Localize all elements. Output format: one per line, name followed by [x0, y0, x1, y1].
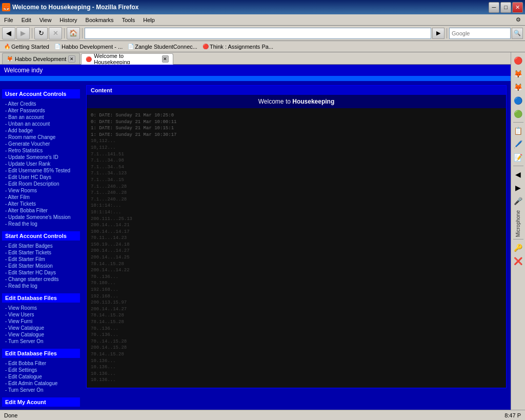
- menu-view[interactable]: View: [35, 14, 56, 25]
- toolbar-separator-3: [82, 28, 83, 38]
- log-line-35: 70..14..15.28: [91, 338, 502, 345]
- link-turn-server-on-2[interactable]: Turn Server On: [2, 387, 80, 393]
- addon-icon-3[interactable]: 🔵: [512, 94, 524, 107]
- link-unban-account[interactable]: Unban an account: [2, 121, 80, 127]
- log-line-5: 10,112...: [91, 145, 502, 151]
- link-alter-film[interactable]: Alter Film: [2, 194, 80, 201]
- log-line-29: 200.113.15.97: [91, 299, 502, 306]
- link-alter-tickets[interactable]: Alter Tickets: [2, 201, 80, 207]
- log-line-37: 70.14..15.28: [91, 351, 502, 358]
- log-line-19: 70.11...14.23: [91, 235, 502, 242]
- link-edit-username[interactable]: Edit Username 85% Tested: [2, 167, 80, 174]
- link-generate-voucher[interactable]: Generate Voucher: [2, 141, 80, 147]
- section-title-1: Start Account Controls: [2, 231, 80, 241]
- link-edit-room-desc[interactable]: Edit Room Description: [2, 181, 80, 187]
- window-controls: ─ □ ✕: [489, 2, 523, 13]
- link-alter-passwords[interactable]: Alter Passwords: [2, 107, 80, 114]
- bookmark-zangle[interactable]: 📄 Zangle StudentConnec...: [126, 43, 199, 50]
- addon-icon-2[interactable]: 🦊: [512, 81, 524, 93]
- refresh-button[interactable]: ↻: [34, 27, 48, 39]
- log-line-3: 1: DATE: Sunday 21 Mar 10:30:17: [91, 132, 502, 138]
- log-line-20: 150.19...24.18: [91, 242, 502, 248]
- link-read-log-0[interactable]: Read the log: [2, 221, 80, 227]
- link-update-rank[interactable]: Update User Rank: [2, 161, 80, 167]
- bookmark-getting-started[interactable]: 🔥 Getting Started: [2, 43, 51, 50]
- link-view-rooms-2[interactable]: View Rooms: [2, 305, 80, 311]
- stop-button[interactable]: ✕: [49, 27, 62, 39]
- search-button[interactable]: 🔍: [512, 28, 523, 39]
- link-edit-starter-tickets[interactable]: Edit Starter Tickets: [2, 249, 80, 256]
- content-area: Content Welcome to Housekeeping 0: DATE:…: [82, 81, 511, 420]
- address-bar[interactable]: [85, 28, 431, 39]
- link-read-log-1[interactable]: Read the log: [2, 283, 80, 289]
- go-button[interactable]: ▶: [432, 28, 445, 39]
- addon-icon-11[interactable]: 🔑: [512, 242, 524, 254]
- home-button[interactable]: 🏠: [67, 27, 80, 39]
- rs-separator-2: [513, 166, 523, 166]
- addon-icon-7[interactable]: 📝: [512, 151, 524, 164]
- addon-icon-5[interactable]: 📋: [512, 125, 524, 137]
- addon-icon-9[interactable]: ▶: [512, 182, 524, 194]
- link-alter-credits[interactable]: Alter Credits: [2, 101, 80, 107]
- status-bar: Done 8:47 P: [0, 410, 525, 420]
- settings-icon[interactable]: ⚙: [516, 16, 525, 23]
- link-ban-account[interactable]: Ban an account: [2, 114, 80, 121]
- maximize-button[interactable]: □: [500, 2, 511, 13]
- link-update-id[interactable]: Update Someone's ID: [2, 154, 80, 161]
- link-view-users[interactable]: View Users: [2, 311, 80, 318]
- bookmarks-bar: 🔥 Getting Started 📄 Habbo Development - …: [0, 41, 525, 52]
- search-input[interactable]: [449, 28, 511, 39]
- welcome-text: Welcome: [4, 67, 30, 74]
- addon-icon-12[interactable]: ❌: [512, 255, 524, 267]
- link-turn-server-on-1[interactable]: Turn Server On: [2, 338, 80, 345]
- link-edit-bobba[interactable]: Edit Bobba Filter: [2, 360, 80, 367]
- menu-file[interactable]: File: [0, 14, 17, 25]
- bookmark-think[interactable]: 🔴 Think : Assignments Pa...: [200, 43, 275, 50]
- forward-button[interactable]: ▶: [16, 27, 30, 39]
- tab-close-1[interactable]: ✕: [162, 55, 169, 63]
- link-edit-starter-badges[interactable]: Edit Starter Badges: [2, 243, 80, 249]
- link-edit-hc-days[interactable]: Edit User HC Days: [2, 174, 80, 181]
- tab-close-0[interactable]: ✕: [68, 55, 75, 63]
- link-room-name-change[interactable]: Room name Change: [2, 134, 80, 141]
- addon-icon-1[interactable]: 🦊: [512, 68, 524, 80]
- link-edit-settings[interactable]: Edit Settings: [2, 367, 80, 373]
- link-edit-admin-catalogue[interactable]: Edit Admin Catalogue: [2, 380, 80, 387]
- link-update-mission[interactable]: Update Someone's Mission: [2, 214, 80, 221]
- title-bar: 🦊 Welcome to Housekeeping - Mozilla Fire…: [0, 0, 525, 14]
- menu-bookmarks[interactable]: Bookmarks: [82, 14, 118, 25]
- menu-tools[interactable]: Tools: [118, 14, 139, 25]
- menu-help[interactable]: Help: [139, 14, 159, 25]
- link-add-badge[interactable]: Add badge: [2, 127, 80, 134]
- link-alter-bobba[interactable]: Alter Bobba Filter: [2, 207, 80, 214]
- link-edit-starter-film[interactable]: Edit Starter Film: [2, 256, 80, 263]
- log-line-1: 0: DATE: Sunday 21 Mar 10:00:11: [91, 119, 502, 126]
- addon-icon-8[interactable]: ◀: [512, 168, 524, 181]
- menu-history[interactable]: History: [55, 14, 81, 25]
- back-button[interactable]: ◀: [2, 27, 15, 39]
- addon-icon-0[interactable]: 🔴: [512, 54, 524, 67]
- link-change-starter-credits[interactable]: Change starter credits: [2, 276, 80, 283]
- minimize-button[interactable]: ─: [489, 2, 499, 13]
- log-line-12: 7.1...240..28: [91, 190, 502, 196]
- log-line-15: 10:1:14:...: [91, 209, 502, 216]
- link-edit-starter-hc[interactable]: Edit Starter HC Days: [2, 269, 80, 276]
- link-edit-starter-mission[interactable]: Edit Starter Mission: [2, 263, 80, 269]
- addon-icon-4[interactable]: 🟢: [512, 108, 524, 120]
- bookmark-habbo-dev[interactable]: 📄 Habbo Development - ...: [52, 43, 125, 50]
- link-view-catalogue-1[interactable]: View Catalogue: [2, 325, 80, 331]
- link-edit-catalogue[interactable]: Edit Catalogue: [2, 373, 80, 380]
- link-view-catalogue-2[interactable]: View Catalogue: [2, 331, 80, 338]
- status-text: Done: [4, 412, 17, 418]
- addon-icon-10[interactable]: 🎤: [512, 195, 524, 207]
- link-view-furni[interactable]: View Furni: [2, 318, 80, 325]
- tab-housekeeping[interactable]: 🔴 Welcome to Housekeeping ✕: [81, 53, 173, 65]
- log-line-7: 7.1...34..98: [91, 157, 502, 164]
- menu-edit[interactable]: Edit: [17, 14, 35, 25]
- close-button[interactable]: ✕: [512, 2, 523, 13]
- link-view-rooms[interactable]: View Rooms: [2, 187, 80, 194]
- addon-icon-6[interactable]: 🖊️: [512, 138, 524, 150]
- link-retro-statistics[interactable]: Retro Statistics: [2, 147, 80, 154]
- tab-habbo-dev[interactable]: 🦊 Habbo Development ✕: [2, 53, 80, 64]
- log-area: 0: DATE: Sunday 21 Mar 10:25:0 0: DATE: …: [87, 108, 506, 388]
